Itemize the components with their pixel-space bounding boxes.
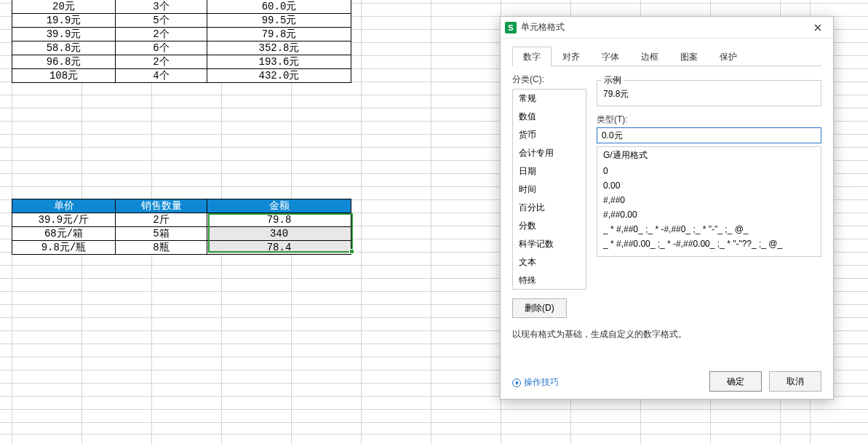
table-cell[interactable]: 2斤 — [116, 213, 207, 227]
table-cell[interactable]: 108元 — [12, 69, 116, 83]
category-item[interactable]: 会计专用 — [513, 144, 586, 162]
close-icon — [814, 24, 821, 31]
dialog-title: 单元格格式 — [521, 21, 805, 33]
table-cell[interactable]: 79.8 — [207, 213, 351, 227]
format-item[interactable]: #,##0 — [597, 193, 821, 207]
column-header[interactable]: 单价 — [12, 199, 116, 213]
tab-边框[interactable]: 边框 — [630, 47, 669, 67]
table-cell[interactable]: 5个 — [116, 14, 207, 28]
table-cell[interactable]: 58.8元 — [12, 41, 116, 55]
table-cell[interactable]: 6个 — [116, 41, 207, 55]
format-item[interactable]: 0.00 — [597, 178, 821, 193]
table-cell[interactable]: 39.9元 — [12, 28, 116, 41]
category-item[interactable]: 货币 — [513, 126, 586, 144]
table-cell[interactable]: 9.8元/瓶 — [12, 241, 116, 255]
format-item[interactable]: _ * #,##0_ ;_ * -#,##0_ ;_ * "-"_ ;_ @_ — [597, 222, 821, 237]
table-row[interactable]: 58.8元6个352.8元 — [12, 41, 351, 55]
table-cell[interactable]: 39.9元/斤 — [12, 213, 116, 227]
tab-图案[interactable]: 图案 — [669, 47, 709, 67]
table-cell[interactable]: 3个 — [116, 0, 207, 14]
table-cell[interactable]: 20元 — [12, 0, 116, 14]
table-cell[interactable]: 352.8元 — [207, 41, 351, 55]
category-item[interactable]: 文本 — [513, 253, 586, 271]
close-button[interactable] — [805, 20, 830, 36]
tips-label: 操作技巧 — [524, 376, 559, 389]
table-cell[interactable]: 99.5元 — [207, 14, 351, 28]
tips-link[interactable]: 操作技巧 — [512, 376, 559, 389]
category-item[interactable]: 常规 — [513, 90, 586, 108]
format-item[interactable]: G/通用格式 — [597, 147, 821, 164]
table-cell[interactable]: 96.8元 — [12, 55, 116, 69]
table-cell[interactable]: 5箱 — [116, 227, 207, 241]
bottom-data-table[interactable]: 单价销售数量金额 39.9元/斤2斤79.868元/箱5箱3409.8元/瓶8瓶… — [12, 199, 351, 255]
format-list[interactable]: G/通用格式00.00#,##0#,##0.00_ * #,##0_ ;_ * … — [597, 146, 821, 257]
table-row[interactable]: 19.9元5个99.5元 — [12, 14, 351, 28]
ok-button[interactable]: 确定 — [709, 371, 762, 392]
column-header[interactable]: 销售数量 — [116, 199, 207, 213]
example-label: 示例 — [602, 74, 624, 87]
tab-字体[interactable]: 字体 — [591, 47, 630, 67]
table-cell[interactable]: 78.4 — [207, 241, 351, 255]
table-row[interactable]: 20元3个60.0元 — [12, 0, 351, 14]
category-item[interactable]: 分数 — [513, 217, 586, 235]
top-data-table[interactable]: 20元3个60.0元19.9元5个99.5元39.9元2个79.8元58.8元6… — [12, 0, 351, 83]
table-cell[interactable]: 79.8元 — [207, 28, 351, 41]
hint-text: 以现有格式为基础，生成自定义的数字格式。 — [512, 328, 821, 341]
category-item[interactable]: 日期 — [513, 162, 586, 181]
tab-数字[interactable]: 数字 — [512, 47, 552, 67]
category-item[interactable]: 数值 — [513, 108, 586, 126]
table-cell[interactable]: 432.0元 — [207, 69, 351, 83]
format-item[interactable]: _ * #,##0.00_ ;_ * -#,##0.00_ ;_ * "-"??… — [597, 237, 821, 251]
category-item[interactable]: 百分比 — [513, 199, 586, 217]
table-row[interactable]: 9.8元/瓶8瓶78.4 — [12, 241, 351, 255]
table-row[interactable]: 39.9元2个79.8元 — [12, 28, 351, 41]
table-cell[interactable]: 60.0元 — [207, 0, 351, 14]
format-item[interactable]: 0 — [597, 164, 821, 178]
dialog-titlebar[interactable]: S 单元格格式 — [501, 17, 833, 39]
table-cell[interactable]: 2个 — [116, 55, 207, 69]
table-row[interactable]: 39.9元/斤2斤79.8 — [12, 213, 351, 227]
table-cell[interactable]: 68元/箱 — [12, 227, 116, 241]
table-row[interactable]: 68元/箱5箱340 — [12, 227, 351, 241]
delete-button[interactable]: 删除(D) — [512, 298, 567, 318]
table-cell[interactable]: 4个 — [116, 69, 207, 83]
category-item[interactable]: 科学记数 — [513, 235, 586, 253]
category-item[interactable]: 特殊 — [513, 271, 586, 290]
cell-format-dialog: S 单元格格式 数字对齐字体边框图案保护 分类(C): 常规数值货币会计专用日期… — [500, 16, 834, 400]
category-list[interactable]: 常规数值货币会计专用日期时间百分比分数科学记数文本特殊自定义 — [512, 89, 586, 290]
type-label: 类型(T): — [597, 114, 821, 126]
format-item[interactable]: #,##0.00 — [597, 207, 821, 222]
category-item[interactable]: 时间 — [513, 181, 586, 199]
table-row[interactable]: 96.8元2个193.6元 — [12, 55, 351, 69]
play-icon — [512, 378, 521, 387]
tab-保护[interactable]: 保护 — [709, 47, 748, 67]
dialog-tabs: 数字对齐字体边框图案保护 — [512, 46, 821, 66]
column-header[interactable]: 金额 — [207, 199, 351, 213]
app-icon: S — [505, 22, 517, 33]
table-row[interactable]: 108元4个432.0元 — [12, 69, 351, 83]
table-cell[interactable]: 8瓶 — [116, 241, 207, 255]
tab-对齐[interactable]: 对齐 — [552, 47, 591, 67]
table-cell[interactable]: 2个 — [116, 28, 207, 41]
example-value: 79.8元 — [603, 88, 815, 100]
type-input[interactable] — [597, 127, 821, 143]
table-cell[interactable]: 340 — [207, 227, 351, 241]
example-box: 示例 79.8元 — [597, 80, 821, 106]
table-cell[interactable]: 193.6元 — [207, 55, 351, 69]
cancel-button[interactable]: 取消 — [769, 371, 821, 392]
table-cell[interactable]: 19.9元 — [12, 14, 116, 28]
